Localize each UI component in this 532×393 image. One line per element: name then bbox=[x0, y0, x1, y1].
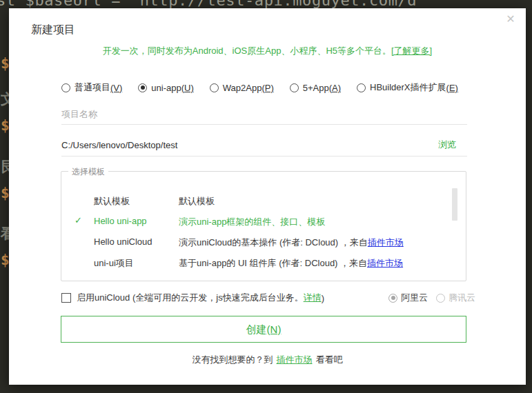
project-type-normal[interactable]: 普通项目(V) bbox=[61, 81, 122, 94]
template-row-hello-unicloud[interactable]: Hello uniCloud 演示uniCloud的基本操作 (作者: DClo… bbox=[61, 232, 455, 252]
subtitle: 开发一次，同时发布为Android、iOS原生App、小程序、H5等多个平台。[… bbox=[9, 45, 526, 57]
project-name-input[interactable] bbox=[61, 103, 467, 124]
project-type-label: 普通项目 bbox=[75, 81, 110, 94]
learn-more-link[interactable]: [了解更多] bbox=[391, 46, 432, 56]
template-row-uni-ui[interactable]: uni-ui项目 基于uni-app的 UI 组件库 (作者: DCloud) … bbox=[61, 252, 455, 273]
accelerator: (P) bbox=[262, 83, 273, 93]
template-desc: 基于uni-app的 UI 组件库 (作者: DCloud) ，来自插件市场 bbox=[179, 257, 403, 270]
template-list: 默认模板 默认模板 ✓ Hello uni-app 演示uni-app框架的组件… bbox=[61, 190, 455, 273]
provider-tencent[interactable]: 腾讯云 bbox=[436, 292, 475, 304]
template-row-hello-uni-app[interactable]: ✓ Hello uni-app 演示uni-app框架的组件、接口、模板 bbox=[61, 211, 455, 232]
provider-label: 腾讯云 bbox=[449, 292, 475, 304]
radio-unselected-icon bbox=[436, 294, 445, 303]
radio-selected-icon bbox=[388, 294, 397, 303]
radio-unselected-icon bbox=[61, 83, 70, 92]
subtitle-text: 开发一次，同时发布为Android、iOS原生App、小程序、H5等多个平台。 bbox=[103, 46, 391, 56]
radio-unselected-icon bbox=[210, 83, 219, 92]
accelerator: (N) bbox=[267, 323, 282, 335]
radio-selected-icon bbox=[138, 83, 147, 92]
dialog-title: 新建项目 bbox=[31, 23, 75, 37]
project-type-label: 5+App bbox=[303, 83, 329, 93]
browse-button[interactable]: 浏览 bbox=[438, 139, 467, 151]
provider-label: 阿里云 bbox=[401, 292, 428, 304]
template-desc: 默认模板 bbox=[179, 195, 215, 208]
project-type-label: HBuilderX插件扩展 bbox=[370, 81, 446, 94]
accelerator: (U) bbox=[181, 83, 194, 93]
template-desc-text: 基于uni-app的 UI 组件库 (作者: DCloud) ，来自 bbox=[179, 258, 367, 268]
provider-aliyun[interactable]: 阿里云 bbox=[388, 292, 428, 304]
new-project-dialog: 新建项目 ✕ 开发一次，同时发布为Android、iOS原生App、小程序、H5… bbox=[9, 8, 526, 385]
plugin-market-link[interactable]: 插件市场 bbox=[277, 354, 313, 365]
template-name: Hello uni-app bbox=[94, 216, 175, 226]
project-path-input[interactable] bbox=[61, 140, 438, 150]
unicloud-row: 启用uniCloud (全端可用的云开发，js快速完成后台业务。详情) 阿里云 … bbox=[61, 292, 475, 304]
project-type-uni-app[interactable]: uni-app(U) bbox=[138, 83, 193, 93]
project-type-radio-group: 普通项目(V) uni-app(U) Wap2App(P) 5+App(A) H… bbox=[61, 81, 484, 94]
template-name: 默认模板 bbox=[94, 195, 175, 208]
accelerator: (E) bbox=[446, 83, 458, 93]
unicloud-label-suffix: ) bbox=[322, 293, 324, 303]
close-icon[interactable]: ✕ bbox=[504, 12, 518, 26]
project-name-field bbox=[61, 103, 467, 125]
plugin-market-link[interactable]: 插件市场 bbox=[367, 258, 403, 268]
footer-prefix: 没有找到想要的？到 bbox=[193, 354, 273, 365]
unicloud-label: 启用uniCloud (全端可用的云开发，js快速完成后台业务。 bbox=[77, 292, 304, 304]
project-type-wap2app[interactable]: Wap2App(P) bbox=[210, 83, 274, 93]
template-name: uni-ui项目 bbox=[94, 257, 175, 270]
project-type-5plus-app[interactable]: 5+App(A) bbox=[290, 83, 341, 93]
radio-unselected-icon bbox=[290, 83, 299, 92]
template-section-legend: 选择模板 bbox=[68, 166, 108, 178]
create-button[interactable]: 创建(N) bbox=[61, 316, 466, 343]
template-row-default[interactable]: 默认模板 默认模板 bbox=[61, 190, 455, 211]
footer-suffix: 看看吧 bbox=[316, 354, 343, 365]
unicloud-checkbox[interactable] bbox=[61, 293, 71, 303]
accelerator: (V) bbox=[110, 83, 122, 93]
project-type-hbuilderx-plugin[interactable]: HBuilderX插件扩展(E) bbox=[357, 81, 458, 94]
template-name: Hello uniCloud bbox=[94, 236, 175, 247]
detail-link[interactable]: 详情 bbox=[304, 292, 322, 304]
template-section: 选择模板 默认模板 默认模板 ✓ Hello uni-app 演示uni-app… bbox=[61, 171, 466, 281]
project-type-label: uni-app bbox=[151, 83, 181, 93]
project-type-label: Wap2App bbox=[223, 83, 262, 93]
create-button-label: 创建 bbox=[246, 323, 267, 335]
template-desc-text: 演示uniCloud的基本操作 (作者: DCloud) ，来自 bbox=[179, 237, 368, 248]
cloud-provider-radio-group: 阿里云 腾讯云 bbox=[388, 292, 475, 304]
template-desc: 演示uni-app框架的组件、接口、模板 bbox=[179, 216, 325, 228]
template-list-scrollbar[interactable] bbox=[452, 188, 457, 221]
plugin-market-link[interactable]: 插件市场 bbox=[368, 237, 404, 248]
check-icon: ✓ bbox=[75, 215, 82, 225]
template-desc: 演示uniCloud的基本操作 (作者: DCloud) ，来自插件市场 bbox=[179, 236, 404, 249]
accelerator: (A) bbox=[329, 83, 341, 93]
footer-hint: 没有找到想要的？到插件市场看看吧 bbox=[9, 354, 526, 366]
radio-unselected-icon bbox=[357, 83, 366, 92]
project-path-field: 浏览 bbox=[61, 134, 467, 157]
